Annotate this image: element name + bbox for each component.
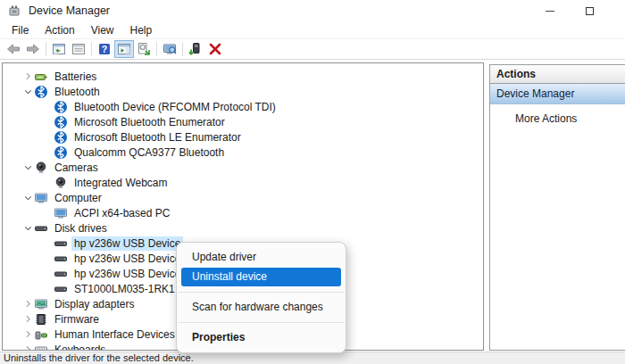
context-menu-item-update-driver[interactable]: Update driver	[181, 248, 341, 267]
tree-row-bluetooth-device-rfcomm-protocol-tdi[interactable]: Bluetooth Device (RFCOMM Protocol TDI)	[3, 99, 483, 114]
tree-row-computer[interactable]: Computer	[3, 190, 483, 205]
toolbar-separator	[182, 42, 183, 56]
context-menu-item-scan-for-hardware-changes[interactable]: Scan for hardware changes	[181, 298, 341, 317]
tree-row-bluetooth[interactable]: Bluetooth	[3, 84, 483, 99]
tree-item-label: Microsoft Bluetooth LE Enumerator	[71, 130, 244, 145]
disk-icon	[54, 282, 68, 296]
tree-item-label: hp v236w USB Device	[71, 252, 183, 266]
computer-search-button[interactable]	[160, 40, 179, 58]
chevron-right-icon[interactable]	[22, 343, 34, 352]
update-driver-button[interactable]	[186, 40, 205, 58]
menu-view[interactable]: View	[83, 22, 122, 38]
chevron-down-icon[interactable]	[22, 161, 34, 175]
actions-group-device-manager[interactable]: Device Manager	[490, 84, 625, 104]
tree-item-label: Display adapters	[52, 297, 137, 311]
chevron-right-icon[interactable]	[22, 327, 34, 342]
chevron-down-icon[interactable]	[22, 85, 34, 99]
chevron-down-icon[interactable]	[22, 221, 34, 236]
camera-icon	[54, 176, 68, 190]
tree-item-label: Computer	[52, 191, 104, 205]
properties-window-button[interactable]	[69, 40, 88, 58]
chevron-down-icon[interactable]	[22, 191, 34, 205]
maximize-icon	[586, 7, 594, 15]
camera-icon	[34, 161, 48, 175]
context-menu-item-uninstall-device[interactable]: Uninstall device	[181, 268, 341, 286]
tree-item-label: hp v236w USB Device	[71, 236, 183, 251]
bluetooth-icon	[54, 130, 68, 145]
bluetooth-icon	[54, 100, 68, 114]
disk-icon	[54, 252, 68, 266]
scan-hardware-changes-button[interactable]	[134, 40, 154, 58]
tree-item-label: Firmware	[52, 312, 102, 327]
disk-icon	[54, 267, 68, 281]
tree-row-microsoft-bluetooth-enumerator[interactable]: Microsoft Bluetooth Enumerator	[3, 114, 483, 129]
actions-panel-header: Actions	[490, 65, 625, 84]
minimize-button[interactable]	[530, 0, 570, 21]
menu-help[interactable]: Help	[122, 22, 161, 38]
context-menu-item-properties[interactable]: Properties	[181, 328, 341, 347]
context-menu: Update driverUninstall deviceScan for ha…	[176, 242, 346, 353]
menu-bar: FileActionViewHelp	[0, 21, 625, 39]
action-pane-icon	[117, 42, 131, 56]
tree-item-label: Microsoft Bluetooth Enumerator	[71, 115, 228, 129]
back-icon	[6, 42, 21, 56]
menu-action[interactable]: Action	[37, 22, 82, 38]
minimize-icon	[546, 11, 554, 12]
actions-panel: Actions Device Manager More Actions	[489, 64, 625, 351]
status-bar: Uninstalls the driver for the selected d…	[0, 352, 625, 364]
tree-item-label: Bluetooth	[52, 85, 103, 99]
chevron-right-icon[interactable]	[22, 70, 34, 84]
scan-icon	[137, 42, 151, 56]
tree-row-microsoft-bluetooth-le-enumerator[interactable]: Microsoft Bluetooth LE Enumerator	[3, 129, 483, 145]
computer-search-icon	[162, 42, 177, 56]
window-title: Device Manager	[29, 4, 110, 17]
context-menu-separator	[178, 292, 345, 293]
status-text: Uninstalls the driver for the selected d…	[4, 352, 194, 363]
bluetooth-icon	[54, 115, 68, 129]
svg-text:?: ?	[102, 44, 107, 54]
context-menu-separator	[178, 322, 345, 323]
tree-row-acpi-x64-based-pc[interactable]: ACPI x64-based PC	[3, 205, 483, 220]
console-tree-icon	[52, 42, 66, 56]
tree-row-qualcomm-qca9377-bluetooth[interactable]: Qualcomm QCA9377 Bluetooth	[3, 145, 483, 160]
tree-item-label: Cameras	[52, 161, 101, 175]
device-manager-app-icon	[7, 4, 21, 18]
toolbar-separator	[156, 42, 157, 56]
show-action-pane-button[interactable]	[114, 40, 134, 58]
disk-icon	[54, 236, 68, 251]
tree-item-label: ST1000LM035-1RK1	[71, 282, 178, 296]
computer-icon	[54, 206, 68, 220]
display-icon	[34, 297, 48, 311]
more-actions[interactable]: More Actions	[490, 104, 625, 125]
uninstall-device-button[interactable]	[205, 40, 225, 58]
tree-item-label: Integrated Webcam	[71, 176, 171, 190]
chevron-right-icon[interactable]	[22, 312, 34, 327]
toolbar: ?	[0, 39, 625, 60]
firmware-icon	[34, 312, 48, 327]
forward-button[interactable]	[23, 40, 43, 58]
back-button[interactable]	[4, 40, 23, 58]
tree-item-label: Keyboards	[52, 343, 108, 352]
tree-row-disk-drives[interactable]: Disk drives	[3, 220, 483, 236]
bluetooth-icon	[34, 85, 48, 99]
tree-item-label: Human Interface Devices	[52, 327, 178, 342]
help-button[interactable]: ?	[95, 40, 114, 58]
tree-item-label: Bluetooth Device (RFCOMM Protocol TDI)	[71, 100, 279, 114]
menu-file[interactable]: File	[4, 22, 37, 38]
tree-item-label: hp v236w USB Device	[71, 267, 183, 281]
help-icon: ?	[97, 42, 112, 56]
tree-item-label: Disk drives	[52, 221, 110, 236]
bluetooth-icon	[54, 145, 68, 160]
maximize-button[interactable]	[570, 0, 609, 21]
toolbar-separator	[91, 42, 92, 56]
tree-row-cameras[interactable]: Cameras	[3, 160, 483, 175]
properties-icon	[71, 42, 86, 56]
tree-row-batteries[interactable]: Batteries	[3, 69, 483, 84]
keyboard-icon	[34, 343, 48, 352]
toolbar-separator	[46, 42, 46, 56]
show-console-tree-button[interactable]	[49, 40, 69, 58]
tree-row-integrated-webcam[interactable]: Integrated Webcam	[3, 175, 483, 190]
chevron-right-icon[interactable]	[22, 297, 34, 311]
tree-item-label: Qualcomm QCA9377 Bluetooth	[71, 145, 227, 160]
update-driver-icon	[188, 42, 203, 56]
